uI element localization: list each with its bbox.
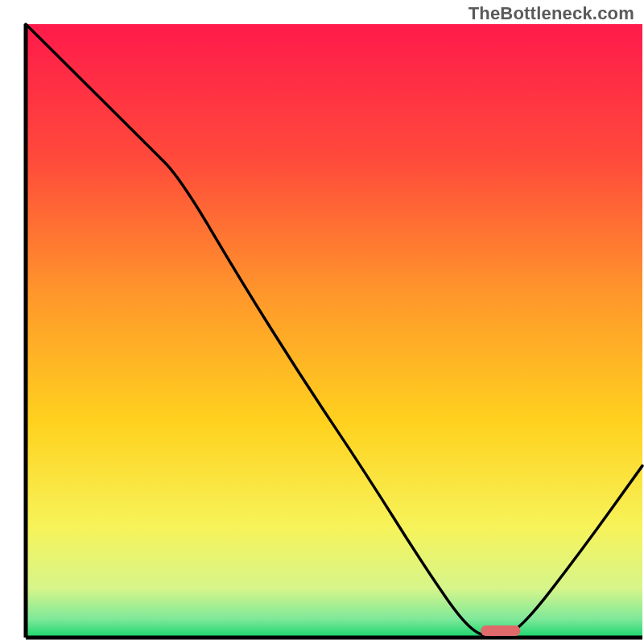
- chart-container: TheBottleneck.com: [0, 0, 644, 644]
- optimal-marker: [481, 625, 520, 636]
- watermark-text: TheBottleneck.com: [469, 3, 634, 24]
- bottleneck-chart: [0, 0, 644, 644]
